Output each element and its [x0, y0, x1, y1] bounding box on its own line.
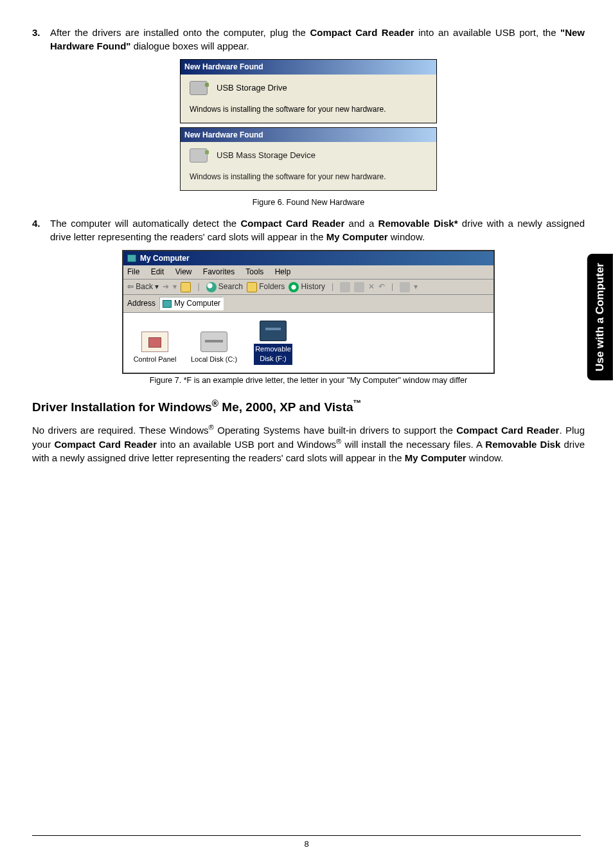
text: window. [466, 452, 504, 463]
registered-mark: ® [209, 423, 214, 431]
item-label: Control Panel [130, 355, 180, 364]
section-heading: Driver Installation for Windows® Me, 200… [32, 398, 585, 416]
forward-button[interactable]: ➔ [163, 281, 169, 292]
registered-mark: ® [212, 398, 219, 409]
page-number: 8 [0, 838, 613, 850]
side-tab: Use with a Computer [587, 254, 613, 380]
figure-7-explorer: My Computer File Edit View Favorites Too… [32, 250, 585, 374]
menu-bar: File Edit View Favorites Tools Help [123, 265, 493, 279]
menu-edit[interactable]: Edit [151, 267, 164, 276]
item-label: RemovableDisk (F:) [254, 344, 292, 365]
explorer-titlebar: My Computer [123, 251, 493, 266]
removable-disk-item[interactable]: RemovableDisk (F:) [248, 321, 298, 365]
bold: My Computer [405, 452, 466, 463]
menu-file[interactable]: File [127, 267, 139, 276]
address-label: Address [127, 298, 155, 309]
history-button[interactable]: History [289, 281, 325, 292]
local-disk-item[interactable]: Local Disk (C:) [189, 332, 239, 364]
folders-button[interactable]: Folders [247, 281, 285, 292]
bold: Compact Card Reader [240, 218, 344, 229]
text: window. [388, 231, 425, 242]
text: dialogue boxes will appear. [130, 40, 249, 51]
hardware-icon [190, 81, 208, 95]
text: The computer will automatically detect t… [50, 218, 240, 229]
bold: My Computer [326, 231, 388, 242]
menu-tools[interactable]: Tools [245, 267, 263, 276]
page-content: 3. After the drivers are installed onto … [32, 26, 585, 465]
step-3: 3. After the drivers are installed onto … [32, 26, 585, 53]
address-field[interactable]: My Computer [159, 297, 224, 310]
new-hardware-dialog-2: New Hardware Found USB Mass Storage Devi… [180, 127, 437, 191]
delete-icon[interactable]: ✕ [368, 281, 375, 292]
address-bar: Address My Computer [123, 295, 493, 313]
figure-6-dialogs: New Hardware Found USB Storage Drive Win… [32, 59, 585, 195]
copy-to-icon[interactable] [354, 282, 364, 292]
step-text: After the drivers are installed onto the… [50, 26, 585, 53]
dialog-message: Windows is installing the software for y… [190, 172, 427, 182]
dialog-title: New Hardware Found [181, 128, 436, 143]
views-dropdown-icon[interactable]: ▾ [414, 281, 418, 292]
menu-help[interactable]: Help [275, 267, 291, 276]
my-computer-icon [163, 300, 172, 308]
device-name: USB Mass Storage Device [217, 150, 315, 161]
dialog-row: USB Mass Storage Device [190, 148, 427, 163]
hardware-icon [190, 148, 208, 163]
text: Operating Systems have built-in drivers … [214, 425, 456, 436]
control-panel-icon [141, 332, 168, 352]
dialog-title: New Hardware Found [181, 60, 436, 75]
search-icon [206, 282, 217, 292]
explorer-content: Control Panel Local Disk (C:) RemovableD… [123, 313, 493, 373]
trademark: ™ [353, 398, 362, 408]
search-button[interactable]: Search [206, 281, 243, 292]
text: into an available USB port and Windows [157, 439, 336, 450]
dropdown-icon[interactable]: ▾ [173, 281, 177, 292]
step-text: The computer will automatically detect t… [50, 217, 585, 244]
history-icon [289, 282, 299, 292]
text: After the drivers are installed onto the… [50, 27, 310, 38]
my-computer-icon [127, 254, 136, 262]
dialog-body: USB Storage Drive Windows is installing … [181, 75, 436, 123]
step-number: 3. [32, 26, 50, 53]
item-label: Local Disk (C:) [189, 355, 239, 364]
dialog-message: Windows is installing the software for y… [190, 104, 427, 115]
folders-icon [247, 282, 257, 292]
text: No drivers are required. These Windows [32, 425, 209, 436]
move-to-icon[interactable] [340, 282, 350, 292]
menu-favorites[interactable]: Favorites [203, 267, 235, 276]
footer-line [32, 835, 581, 836]
views-icon[interactable] [400, 282, 410, 292]
dialog-body: USB Mass Storage Device Windows is insta… [181, 142, 436, 190]
bold: Compact Card Reader [54, 439, 157, 450]
device-name: USB Storage Drive [217, 82, 287, 94]
new-hardware-dialog-1: New Hardware Found USB Storage Drive Win… [180, 59, 437, 123]
disk-icon [200, 332, 227, 352]
dialog-row: USB Storage Drive [190, 81, 427, 95]
separator: | [332, 281, 333, 292]
bold: Removable Disk* [378, 218, 458, 229]
toolbar: ⇦ Back ▾ ➔ ▾ | Search Folders History | … [123, 279, 493, 295]
body-paragraph: No drivers are required. These Windows® … [32, 423, 585, 465]
control-panel-item[interactable]: Control Panel [130, 332, 180, 364]
up-folder-icon[interactable] [181, 282, 191, 292]
figure-7-caption: Figure 7. *F is an example drive letter,… [32, 375, 585, 387]
back-button[interactable]: ⇦ Back ▾ [127, 281, 159, 292]
text: and a [344, 218, 378, 229]
removable-disk-icon [260, 321, 287, 341]
text: will install the necessary files. A [341, 439, 485, 450]
separator: | [391, 281, 393, 292]
separator: | [197, 281, 199, 292]
address-value: My Computer [174, 298, 220, 309]
text: into an available USB port, the [414, 27, 560, 38]
undo-icon[interactable]: ↶ [378, 281, 385, 292]
figure-6-caption: Figure 6. Found New Hardware [32, 197, 585, 209]
step-4: 4. The computer will automatically detec… [32, 217, 585, 244]
bold: Compact Card Reader [310, 27, 414, 38]
step-number: 4. [32, 217, 50, 244]
window-title: My Computer [140, 253, 190, 264]
menu-view[interactable]: View [175, 267, 192, 276]
explorer-window: My Computer File Edit View Favorites Too… [122, 250, 495, 374]
bold: Removable Disk [485, 439, 560, 450]
bold: Compact Card Reader [456, 425, 559, 436]
